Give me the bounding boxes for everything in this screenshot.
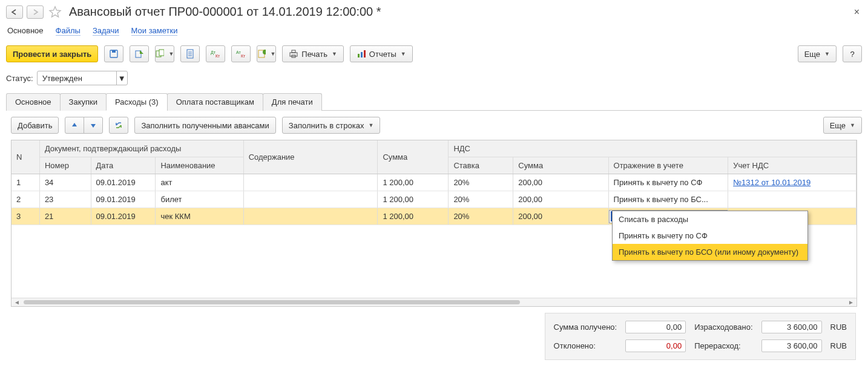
paste-button[interactable] xyxy=(109,117,128,134)
horizontal-scrollbar[interactable]: ◄ ► xyxy=(12,298,856,306)
cell-number[interactable]: 23 xyxy=(39,191,91,208)
status-dropdown-button[interactable]: ▼ xyxy=(116,71,127,85)
cell-name[interactable]: акт xyxy=(156,174,243,191)
col-rate[interactable]: Ставка xyxy=(449,157,513,174)
post-and-close-label: Провести и закрыть xyxy=(13,50,91,59)
currency: RUB xyxy=(827,318,850,336)
cell-nds-link[interactable] xyxy=(728,191,856,208)
nav-tasks[interactable]: Задачи xyxy=(93,26,119,36)
copy-button[interactable]: ▼ xyxy=(155,45,174,62)
help-label: ? xyxy=(850,50,854,59)
cell-content[interactable] xyxy=(243,191,378,208)
col-accounting[interactable]: Отражение в учете xyxy=(608,157,728,174)
arrow-left-icon xyxy=(10,9,19,15)
cell-date[interactable]: 09.01.2019 xyxy=(91,191,156,208)
cell-number[interactable]: 34 xyxy=(39,174,91,191)
cell-name[interactable]: чек ККМ xyxy=(156,208,243,225)
cell-sum[interactable]: 1 200,00 xyxy=(378,191,449,208)
cell-acc[interactable]: Принять к вычету по СФ xyxy=(608,174,728,191)
col-sum[interactable]: Сумма xyxy=(378,140,449,174)
post-and-close-button[interactable]: Провести и закрыть xyxy=(6,45,98,62)
tab-more-button[interactable]: Еще▼ xyxy=(823,117,862,134)
tab-main[interactable]: Основное xyxy=(6,93,61,111)
more-button[interactable]: Еще▼ xyxy=(798,45,837,62)
svg-text:Кт: Кт xyxy=(215,54,220,58)
document-icon-button[interactable] xyxy=(180,45,200,62)
scroll-left-icon[interactable]: ◄ xyxy=(14,299,20,306)
favorite-star-icon[interactable] xyxy=(48,5,62,19)
arrow-up-icon xyxy=(71,122,78,129)
scroll-right-icon[interactable]: ► xyxy=(848,299,854,306)
cell-n: 3 xyxy=(12,208,39,225)
tab-purchases[interactable]: Закупки xyxy=(60,93,107,111)
nds-link[interactable]: №1312 от 10.01.2019 xyxy=(733,178,810,187)
col-date[interactable]: Дата xyxy=(91,157,156,174)
status-row: Статус: Утвержден ▼ xyxy=(6,71,862,85)
tab-more-label: Еще xyxy=(830,121,846,130)
reports-button[interactable]: Отчеты ▼ xyxy=(350,45,413,62)
dropdown-option[interactable]: Принять к вычету по БСО (или иному докум… xyxy=(613,244,807,260)
cell-sum[interactable]: 1 200,00 xyxy=(378,208,449,225)
tab-payments[interactable]: Оплата поставщикам xyxy=(167,93,263,111)
currency: RUB xyxy=(827,337,850,355)
cell-rate[interactable]: 20% xyxy=(449,208,513,225)
post-button[interactable] xyxy=(130,45,149,62)
col-nds-sum[interactable]: Сумма xyxy=(513,157,608,174)
tab-print[interactable]: Для печати xyxy=(263,93,322,111)
col-nds-group[interactable]: НДС xyxy=(449,140,856,157)
cell-rate[interactable]: 20% xyxy=(449,191,513,208)
document-icon xyxy=(186,49,194,59)
cell-nds-link[interactable]: №1312 от 10.01.2019 xyxy=(728,174,856,191)
cell-date[interactable]: 09.01.2019 xyxy=(91,174,156,191)
debit-credit-button[interactable]: ДтКт xyxy=(206,45,225,62)
col-name[interactable]: Наименование xyxy=(156,157,243,174)
accounting-dropdown-popup: Списать в расходы Принять к вычету по СФ… xyxy=(612,211,808,261)
table-row[interactable]: 1 34 09.01.2019 акт 1 200,00 20% 200,00 … xyxy=(12,174,856,191)
cell-nds-sum[interactable]: 200,00 xyxy=(513,191,608,208)
scroll-thumb[interactable] xyxy=(24,300,520,304)
col-n[interactable]: N xyxy=(12,140,39,174)
save-button[interactable] xyxy=(104,45,123,62)
dropdown-option[interactable]: Принять к вычету по СФ xyxy=(613,228,807,244)
cell-number[interactable]: 21 xyxy=(39,208,91,225)
cell-rate[interactable]: 20% xyxy=(449,174,513,191)
cell-acc[interactable]: Принять к вычету по БС... xyxy=(608,191,728,208)
cell-content[interactable] xyxy=(243,174,378,191)
cell-nds-sum[interactable]: 200,00 xyxy=(513,208,608,225)
col-nds-acc[interactable]: Учет НДС xyxy=(728,157,856,174)
nav-back-button[interactable] xyxy=(6,5,23,19)
col-doc-group[interactable]: Документ, подтверждающий расходы xyxy=(39,140,243,157)
cell-nds-sum[interactable]: 200,00 xyxy=(513,174,608,191)
close-button[interactable]: × xyxy=(852,7,862,18)
help-button[interactable]: ? xyxy=(843,45,862,62)
dk-icon: ДтКт xyxy=(210,50,221,58)
dropdown-option[interactable]: Списать в расходы xyxy=(613,211,807,228)
col-content[interactable]: Содержание xyxy=(243,140,378,174)
col-number[interactable]: Номер xyxy=(39,157,91,174)
table-wrapper: N Документ, подтверждающий расходы Содер… xyxy=(11,140,857,307)
accounts-button[interactable]: АтКт xyxy=(231,45,251,62)
tab-expenses[interactable]: Расходы (3) xyxy=(106,93,168,111)
nav-files[interactable]: Файлы xyxy=(56,26,81,36)
attach-button[interactable]: ▼ xyxy=(257,45,276,62)
cell-content[interactable] xyxy=(243,208,378,225)
status-label: Статус: xyxy=(6,74,33,83)
fill-rows-button[interactable]: Заполнить в строках▼ xyxy=(282,117,381,134)
nav-main[interactable]: Основное xyxy=(7,26,44,36)
print-label: Печать xyxy=(301,50,327,59)
over-label: Перерасход: xyxy=(691,337,756,355)
move-down-button[interactable] xyxy=(84,117,103,134)
table-row[interactable]: 2 23 09.01.2019 билет 1 200,00 20% 200,0… xyxy=(12,191,856,208)
nav-notes[interactable]: Мои заметки xyxy=(131,26,178,36)
add-button[interactable]: Добавить xyxy=(11,117,59,134)
fill-advances-button[interactable]: Заполнить полученными авансами xyxy=(134,117,275,134)
cell-sum[interactable]: 1 200,00 xyxy=(378,174,449,191)
nav-forward-button[interactable] xyxy=(27,5,44,19)
move-up-button[interactable] xyxy=(65,117,84,134)
status-select[interactable]: Утвержден ▼ xyxy=(37,71,128,85)
cell-name[interactable]: билет xyxy=(156,191,243,208)
chart-icon xyxy=(357,50,366,58)
print-button[interactable]: Печать ▼ xyxy=(282,45,344,62)
cell-date[interactable]: 09.01.2019 xyxy=(91,208,156,225)
caret-down-icon: ▼ xyxy=(401,51,406,57)
